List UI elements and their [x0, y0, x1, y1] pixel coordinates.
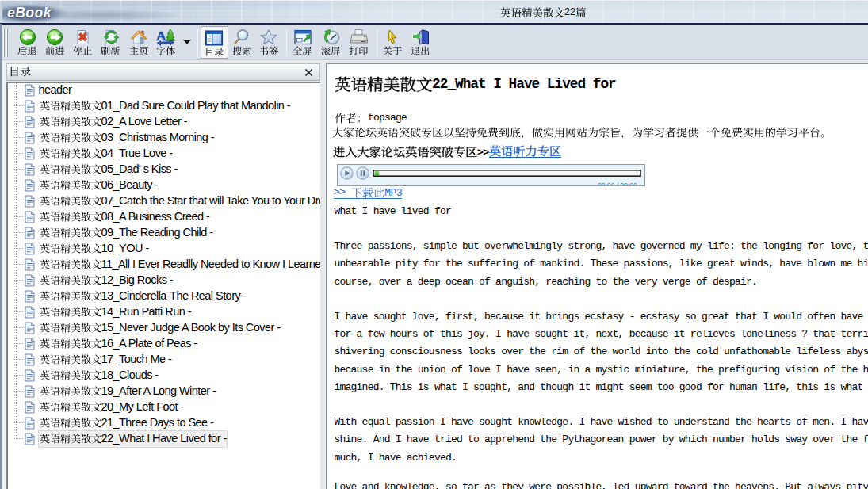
- svg-text:A: A: [156, 29, 166, 44]
- svg-text:00:00 / 00:00: 00:00 / 00:00: [598, 181, 637, 185]
